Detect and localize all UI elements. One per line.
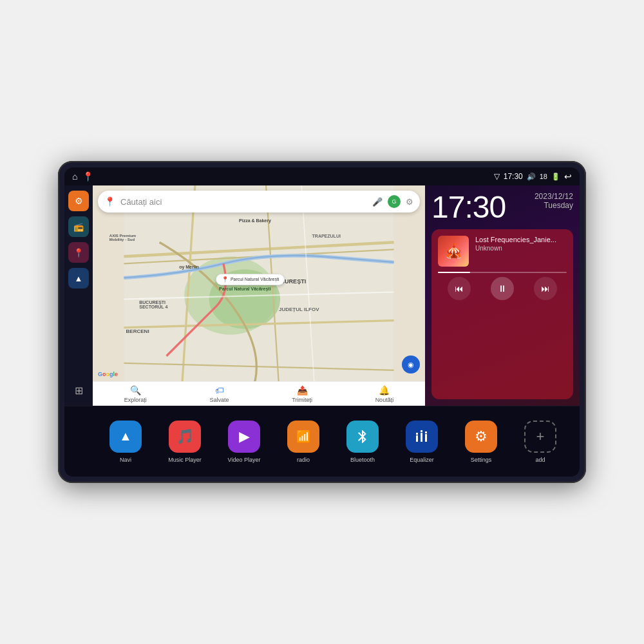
- music-progress-fill: [438, 272, 470, 273]
- prev-button[interactable]: ⏮: [448, 277, 471, 300]
- sidebar-nav-button[interactable]: ▲: [68, 268, 89, 289]
- gear-icon: ⚙: [75, 196, 83, 206]
- clock-section: 17:30 2023/12/12 Tuesday: [431, 192, 573, 223]
- app-radio[interactable]: 📶 radio: [277, 421, 330, 463]
- share-icon: 📤: [297, 385, 308, 395]
- next-button[interactable]: ⏭: [534, 277, 557, 300]
- back-icon[interactable]: ↩: [564, 171, 572, 182]
- app-add[interactable]: + add: [514, 421, 567, 463]
- home-icon[interactable]: ⌂: [72, 171, 77, 182]
- news-label: Noutăți: [375, 397, 394, 403]
- google-logo: Google: [98, 371, 118, 377]
- navi-label: Navi: [120, 457, 131, 463]
- wifi-icon: ▽: [494, 172, 500, 181]
- map-saved-button[interactable]: 🏷 Salvate: [210, 385, 229, 403]
- map-settings-icon[interactable]: ⚙: [406, 197, 413, 207]
- status-left-icons: ⌂ 📍: [72, 171, 93, 182]
- status-time: 17:30: [504, 172, 523, 181]
- svg-rect-13: [421, 433, 422, 442]
- map-pin-icon: 📍: [73, 248, 84, 258]
- sidebar-settings-button[interactable]: ⚙: [68, 191, 89, 211]
- map-search-bar[interactable]: 📍 Căutați aici 🎤 G ⚙: [98, 191, 420, 213]
- svg-rect-12: [416, 433, 418, 435]
- news-icon: 🔔: [379, 385, 390, 395]
- music-title: Lost Frequencies_Janie...: [475, 236, 567, 243]
- navigation-icon: ▲: [75, 274, 83, 283]
- clock-day: Tuesday: [535, 201, 573, 210]
- settings-app-icon: ⚙: [465, 421, 497, 453]
- location-icon[interactable]: 📍: [82, 171, 93, 182]
- car-head-unit: ⌂ 📍 ▽ 17:30 🔊 18 🔋 ↩ ⚙ 📻: [58, 161, 586, 483]
- app-bluetooth[interactable]: Bluetooth: [336, 421, 389, 463]
- sidebar-grid-button[interactable]: ⊞: [68, 380, 89, 401]
- play-pause-icon: ⏸: [498, 283, 507, 294]
- clock-date-line1: 2023/12/12: [535, 192, 573, 201]
- bluetooth-icon: [346, 421, 379, 453]
- location-pin-park: 📍 Parcul Natural Văcărești: [216, 274, 285, 285]
- map-bottom-bar: 🔍 Explorați 🏷 Salvate 📤 Trimiteți 🔔 Nout…: [93, 381, 425, 406]
- add-icon: +: [524, 421, 556, 453]
- add-label: add: [535, 457, 545, 463]
- battery-icon: 🔋: [551, 173, 560, 181]
- radio-app-icon: 📶: [287, 421, 319, 453]
- share-label: Trimiteți: [292, 397, 312, 403]
- map-nav-circle-button[interactable]: ◉: [402, 355, 420, 374]
- navigate-icon: ◉: [408, 361, 414, 369]
- album-art: 🎪: [438, 236, 469, 267]
- next-icon: ⏭: [541, 283, 550, 294]
- play-pause-button[interactable]: ⏸: [491, 277, 514, 300]
- app-grid: ▲ Navi 🎵 Music Player ▶ Video Player: [99, 421, 567, 463]
- saved-label: Salvate: [210, 397, 229, 403]
- music-info: Lost Frequencies_Janie... Unknown: [475, 236, 567, 267]
- video-player-icon: ▶: [228, 421, 260, 453]
- map-news-button[interactable]: 🔔 Noutăți: [375, 385, 394, 403]
- clock-time: 17:30: [431, 192, 506, 223]
- music-player-label: Music Player: [168, 457, 202, 463]
- app-navi[interactable]: ▲ Navi: [99, 421, 152, 463]
- navi-icon: ▲: [109, 421, 142, 453]
- prev-icon: ⏮: [455, 283, 464, 294]
- bottom-app-bar: ▲ Navi 🎵 Music Player ▶ Video Player: [64, 406, 580, 477]
- main-area: ⚙ 📻 📍 ▲ ⊞: [64, 185, 580, 406]
- map-container[interactable]: Parcul Natural Văcărești BUCUREȘTI JUDEȚ…: [93, 185, 425, 406]
- map-search-placeholder[interactable]: Căutați aici: [120, 197, 367, 207]
- clock-date: 2023/12/12 Tuesday: [535, 192, 573, 210]
- music-controls: ⏮ ⏸ ⏭: [438, 277, 567, 300]
- battery-level: 18: [540, 173, 547, 180]
- radio-icon: 📻: [73, 222, 84, 232]
- sidebar-map-button[interactable]: 📍: [68, 242, 89, 263]
- svg-rect-16: [425, 431, 427, 433]
- app-settings[interactable]: ⚙ Settings: [455, 421, 507, 463]
- settings-label: Settings: [471, 457, 492, 463]
- map-profile-icon[interactable]: G: [388, 195, 401, 208]
- svg-rect-15: [425, 434, 427, 442]
- video-player-label: Video Player: [228, 457, 261, 463]
- status-bar: ⌂ 📍 ▽ 17:30 🔊 18 🔋 ↩: [64, 167, 580, 185]
- app-equalizer[interactable]: Equalizer: [395, 421, 448, 463]
- svg-rect-11: [416, 435, 418, 442]
- sidebar-radio-button[interactable]: 📻: [68, 216, 89, 237]
- music-artist: Unknown: [475, 245, 567, 252]
- radio-label: radio: [297, 457, 310, 463]
- app-video-player[interactable]: ▶ Video Player: [218, 421, 270, 463]
- map-google-pin-icon: 📍: [104, 196, 115, 207]
- map-explore-button[interactable]: 🔍 Explorați: [124, 385, 147, 403]
- bluetooth-label: Bluetooth: [350, 457, 375, 463]
- equalizer-icon: [406, 421, 438, 453]
- map-share-button[interactable]: 📤 Trimiteți: [292, 385, 312, 403]
- volume-icon: 🔊: [527, 173, 536, 181]
- map-mic-icon[interactable]: 🎤: [372, 197, 383, 207]
- music-progress-bar[interactable]: [438, 272, 567, 273]
- screen: ⌂ 📍 ▽ 17:30 🔊 18 🔋 ↩ ⚙ 📻: [64, 167, 580, 477]
- sidebar: ⚙ 📻 📍 ▲ ⊞: [64, 185, 93, 406]
- svg-rect-14: [421, 430, 422, 432]
- explore-icon: 🔍: [130, 385, 141, 395]
- right-panel: 17:30 2023/12/12 Tuesday 🎪: [425, 185, 580, 406]
- music-player: 🎪 Lost Frequencies_Janie... Unknown: [431, 229, 573, 399]
- app-music-player[interactable]: 🎵 Music Player: [158, 421, 211, 463]
- status-right-info: ▽ 17:30 🔊 18 🔋 ↩: [494, 171, 572, 182]
- explore-label: Explorați: [124, 397, 147, 403]
- album-art-image: 🎪: [438, 236, 469, 267]
- music-player-icon: 🎵: [169, 421, 201, 453]
- equalizer-label: Equalizer: [410, 457, 434, 463]
